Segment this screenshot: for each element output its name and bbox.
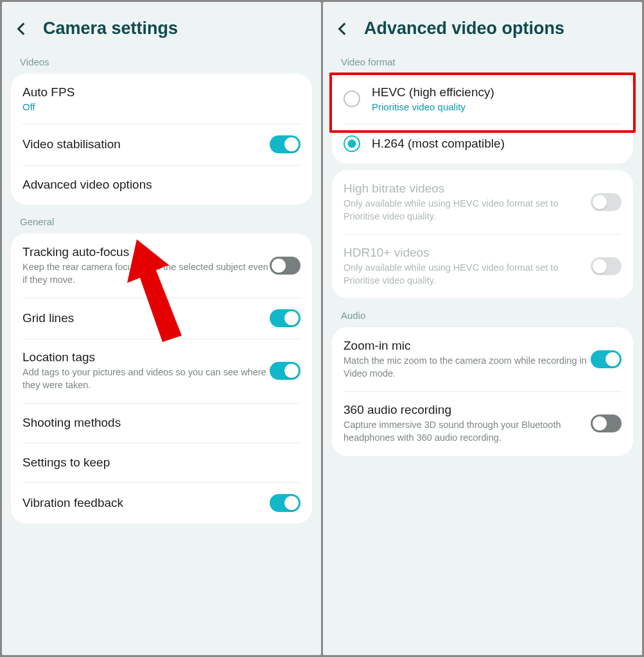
video-format-card: HEVC (high efficiency) Prioritise video … bbox=[332, 74, 633, 164]
grid-lines-toggle[interactable] bbox=[270, 309, 300, 327]
tracking-autofocus-title: Tracking auto-focus bbox=[22, 245, 270, 259]
videos-card: Auto FPS Off Video stabilisation Advance… bbox=[11, 74, 312, 205]
location-tags-row[interactable]: Location tags Add tags to your pictures … bbox=[11, 339, 312, 403]
vibration-feedback-title: Vibration feedback bbox=[22, 496, 270, 510]
tracking-autofocus-row[interactable]: Tracking auto-focus Keep the rear camera… bbox=[11, 234, 312, 298]
high-bitrate-title: High bitrate videos bbox=[344, 182, 591, 196]
grid-lines-row[interactable]: Grid lines bbox=[11, 298, 312, 339]
advanced-video-options-row[interactable]: Advanced video options bbox=[11, 165, 312, 205]
high-bitrate-toggle bbox=[591, 193, 622, 211]
hdr10-toggle bbox=[591, 257, 622, 275]
audio-card: Zoom-in mic Match the mic zoom to the ca… bbox=[332, 327, 633, 456]
settings-to-keep-row[interactable]: Settings to keep bbox=[11, 443, 312, 482]
header: Advanced video options bbox=[323, 2, 642, 51]
header: Camera settings bbox=[2, 2, 321, 51]
hdr10-row: HDR10+ videos Only available while using… bbox=[332, 234, 633, 298]
section-label-videos: Videos bbox=[2, 51, 321, 71]
camera-settings-screen: Camera settings Videos Auto FPS Off Vide… bbox=[2, 2, 321, 655]
section-label-audio: Audio bbox=[323, 305, 642, 325]
auto-fps-title: Auto FPS bbox=[22, 85, 300, 99]
shooting-methods-title: Shooting methods bbox=[22, 416, 300, 430]
audio-360-desc: Capture immersive 3D sound through your … bbox=[344, 419, 591, 444]
hevc-title: HEVC (high efficiency) bbox=[372, 85, 622, 99]
audio-360-title: 360 audio recording bbox=[344, 403, 591, 417]
hevc-sub: Prioritise video quality bbox=[372, 101, 622, 112]
hevc-option-row[interactable]: HEVC (high efficiency) Prioritise video … bbox=[332, 74, 633, 124]
location-tags-desc: Add tags to your pictures and videos so … bbox=[22, 366, 270, 391]
shooting-methods-row[interactable]: Shooting methods bbox=[11, 403, 312, 443]
tracking-autofocus-desc: Keep the rear camera focused on the sele… bbox=[22, 261, 270, 286]
video-stabilisation-title: Video stabilisation bbox=[22, 137, 270, 151]
settings-to-keep-title: Settings to keep bbox=[22, 456, 300, 470]
back-icon[interactable] bbox=[13, 21, 30, 37]
vibration-feedback-toggle[interactable] bbox=[270, 494, 300, 512]
audio-360-row[interactable]: 360 audio recording Capture immersive 3D… bbox=[332, 391, 633, 456]
location-tags-toggle[interactable] bbox=[270, 362, 300, 380]
hevc-radio[interactable] bbox=[344, 90, 360, 107]
advanced-video-options-screen: Advanced video options Video format HEVC… bbox=[323, 2, 642, 655]
hdr10-title: HDR10+ videos bbox=[344, 246, 591, 260]
section-label-video-format: Video format bbox=[323, 51, 642, 71]
high-bitrate-desc: Only available while using HEVC video fo… bbox=[344, 198, 591, 223]
back-icon[interactable] bbox=[335, 21, 351, 37]
page-title: Camera settings bbox=[43, 19, 178, 38]
zoom-in-mic-row[interactable]: Zoom-in mic Match the mic zoom to the ca… bbox=[332, 327, 633, 391]
vibration-feedback-row[interactable]: Vibration feedback bbox=[11, 482, 312, 524]
page-title: Advanced video options bbox=[364, 19, 564, 38]
auto-fps-row[interactable]: Auto FPS Off bbox=[11, 74, 312, 124]
high-bitrate-row: High bitrate videos Only available while… bbox=[332, 170, 633, 234]
video-stabilisation-toggle[interactable] bbox=[270, 135, 300, 153]
video-extras-card: High bitrate videos Only available while… bbox=[332, 170, 633, 298]
video-stabilisation-row[interactable]: Video stabilisation bbox=[11, 124, 312, 165]
section-label-general: General bbox=[2, 211, 321, 231]
h264-radio[interactable] bbox=[344, 135, 360, 152]
hdr10-desc: Only available while using HEVC video fo… bbox=[344, 262, 591, 287]
location-tags-title: Location tags bbox=[22, 350, 270, 364]
auto-fps-sub: Off bbox=[22, 101, 300, 112]
audio-360-toggle[interactable] bbox=[591, 414, 622, 432]
h264-option-row[interactable]: H.264 (most compatible) bbox=[332, 124, 633, 164]
grid-lines-title: Grid lines bbox=[22, 311, 270, 325]
advanced-video-options-title: Advanced video options bbox=[22, 178, 300, 192]
h264-title: H.264 (most compatible) bbox=[372, 137, 622, 151]
general-card: Tracking auto-focus Keep the rear camera… bbox=[11, 234, 312, 524]
tracking-autofocus-toggle[interactable] bbox=[270, 257, 300, 275]
zoom-in-mic-toggle[interactable] bbox=[591, 350, 622, 368]
zoom-in-mic-desc: Match the mic zoom to the camera zoom wh… bbox=[344, 355, 591, 380]
zoom-in-mic-title: Zoom-in mic bbox=[344, 339, 591, 353]
